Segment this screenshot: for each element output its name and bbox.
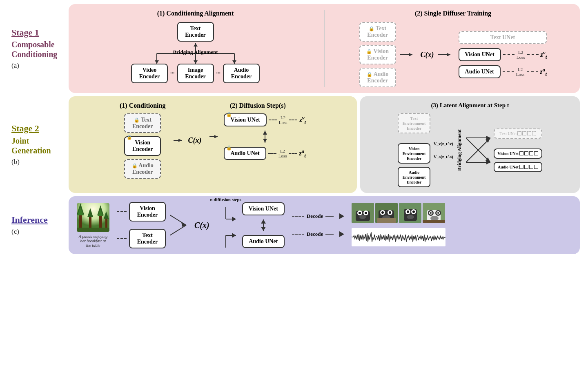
svg-marker-5 <box>155 60 159 64</box>
svg-marker-53 <box>339 231 344 237</box>
stage3-vision-unet: Vision UNet <box>242 202 285 215</box>
stage2-section: Stage 2 Joint Generation (b) (1) Conditi… <box>8 96 580 193</box>
svg-marker-50 <box>261 219 266 224</box>
stage3-bidir <box>242 219 285 231</box>
svg-point-66 <box>389 211 391 214</box>
stage2-section2-title: (2) Diffusion Step(s) <box>230 102 286 109</box>
s1-ztv: zvt <box>541 49 547 60</box>
svg-marker-7 <box>232 60 236 64</box>
svg-point-65 <box>381 211 384 214</box>
s2-audio-encoder: 🔒 Audio Encoder <box>124 159 161 179</box>
svg-marker-47 <box>232 217 236 222</box>
s1-encoders-row: Video Encoder ··· Image Encoder ··· Audi… <box>131 64 260 83</box>
stage3-audio-wave <box>352 228 445 248</box>
sq2 <box>522 131 526 135</box>
stage1-section2-title: (2) Single Diffuser Training <box>415 10 491 17</box>
s1-l2-loss-a: L2 Loss <box>516 67 525 77</box>
stage2-cx-area: C(x) <box>174 102 201 179</box>
s2-ztv: zvt <box>299 115 306 126</box>
stage1-sep <box>324 10 325 87</box>
svg-marker-8 <box>194 43 198 47</box>
stage3-forest-image <box>77 203 109 232</box>
svg-point-58 <box>359 212 361 214</box>
sq7 <box>529 151 533 155</box>
s1-dashed-a2 <box>527 71 538 72</box>
s2-unets-col: 🔒 Vision UNet L2 Loss zvt <box>224 113 306 160</box>
s1-video-encoder: Video Encoder <box>131 64 168 83</box>
bridging-alignment-label: Bridging Alignment <box>173 48 218 55</box>
s2-audio-unet: 🔒 Audio UNet <box>224 147 266 160</box>
stage3-decode-label-v: Decode <box>307 213 323 219</box>
s1-text-encoder-locked: 🔒 Text Encoder <box>359 22 396 42</box>
s2r-text-env: Text Environment Encoder <box>398 113 430 133</box>
s1-audio-unet: Audio UNet <box>459 65 501 78</box>
s1-dots1: ··· <box>170 64 175 83</box>
svg-marker-12 <box>447 53 450 56</box>
stage3-decode-audio: Decode <box>292 231 344 237</box>
s2-vision-unet: 🔒 Vision UNet <box>224 113 266 126</box>
sq6 <box>524 151 528 155</box>
s2-audio-unet-row: 🔒 Audio UNet L2 Loss zat <box>224 147 306 160</box>
stage3-panda-images <box>352 203 445 223</box>
panda-img-2 <box>375 203 398 223</box>
s2r-vv-label: V_v(z_t^v) <box>434 141 453 146</box>
stage2-right-panel: (3) Latent Alignment at Step t Text Envi… <box>360 96 580 193</box>
stage1-section1-title: (1) Conditioning Alignment <box>157 10 234 17</box>
stage3-vision-enc-row: Vision Encoder <box>117 202 166 222</box>
s1-vision-encoder-locked: 🔒 Vision Encoder <box>359 45 396 64</box>
svg-marker-6 <box>194 60 198 64</box>
stage3-to-unets: n diffusion steps <box>214 203 238 248</box>
stage2-diffusion: (2) Diffusion Step(s) 🔒 <box>209 102 306 179</box>
stage3-image-col: A panda enjoying her breakfast at the ta… <box>77 203 109 248</box>
s1-training-diagram: 🔒 Text Encoder 🔒 Vision Encoder 🔒 Audio … <box>359 22 547 87</box>
svg-line-41 <box>170 225 186 235</box>
s1-arrow-cx-unets <box>438 51 454 59</box>
stage1-label: Stage 1 Composable Conditioning (a) <box>8 4 65 93</box>
stage3-n-diffusion: n diffusion steps <box>210 197 241 202</box>
svg-rect-39 <box>77 228 109 232</box>
svg-marker-48 <box>232 233 236 238</box>
s1-bridging-area: Bridging Alignment <box>134 43 257 64</box>
stage3-unets: Vision UNet Audio UNet <box>242 202 285 248</box>
s1-arrow-to-cx <box>400 51 416 59</box>
stage3-text-enc-row: Text Encoder <box>117 229 166 248</box>
svg-rect-85 <box>423 220 445 223</box>
stage1-subtitle: Composable Conditioning <box>11 40 65 59</box>
s2r-bridging-label: Bridging Alignment <box>457 129 463 171</box>
s2-bidir-arrow <box>224 131 306 143</box>
stage3-dashed-encoders: Vision Encoder Text Encoder <box>117 202 166 248</box>
s1-audio-unet-row: Audio UNet L2 Loss zat <box>459 65 547 78</box>
s2-vision-encoder: 🔒 Vision Encoder <box>124 136 161 156</box>
stage2-sub-label: (b) <box>11 158 65 166</box>
stage3-decode-vision: Decode <box>292 213 344 219</box>
s2r-va-label: V_a(z_t^a) <box>434 154 453 159</box>
svg-rect-68 <box>377 218 396 223</box>
sq1 <box>517 131 521 135</box>
panda-img-1 <box>352 203 374 223</box>
stage1-training: (2) Single Diffuser Training 🔒 Text Enco… <box>334 10 572 87</box>
s1-dashed-v2 <box>527 54 539 55</box>
s2r-text-unet-grid: Text UNet <box>494 128 543 139</box>
stage3-cx-arrows <box>170 205 190 246</box>
s2r-audio-grid-squares <box>519 165 538 169</box>
stage3-cx-label: C(x) <box>194 221 209 230</box>
stage3-decode-area: Decode Decode <box>292 213 344 237</box>
stage3-label: Inference (c) <box>8 196 65 254</box>
sq4 <box>532 131 536 135</box>
s1-audio-encoder-locked: 🔒 Audio Encoder <box>359 68 396 87</box>
stage3-decode-label-a: Decode <box>307 231 323 237</box>
panda-img-4 <box>423 203 445 223</box>
s1-vision-unet-row: Vision UNet L2 Loss zvt <box>459 48 547 61</box>
stage2-content: (1) Conditioning 🔒 Text Encoder 🔒 Vision… <box>69 96 580 193</box>
s1-unets: Text UNet Vision UNet L2 Loss zvt <box>459 31 547 78</box>
s1-text-unet: Text UNet <box>459 31 547 44</box>
svg-marker-19 <box>263 139 267 143</box>
stage3-sub-label: (c) <box>11 228 65 236</box>
svg-marker-16 <box>214 135 218 138</box>
stage3-title: Inference <box>11 215 65 225</box>
svg-marker-10 <box>409 53 412 56</box>
panda-img-3 <box>399 203 421 223</box>
s1-image-encoder: Image Encoder <box>177 64 214 83</box>
svg-point-73 <box>407 210 409 213</box>
s1-text-encoder: Text Encoder <box>177 22 214 42</box>
